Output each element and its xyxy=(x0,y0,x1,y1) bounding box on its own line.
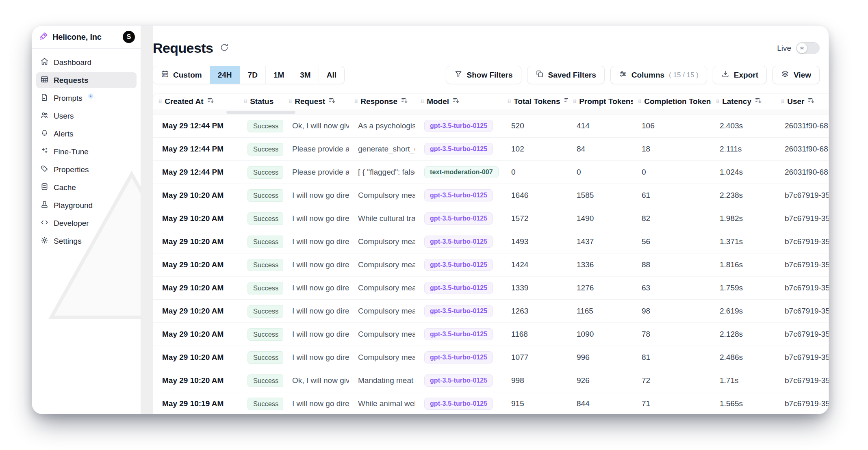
table-row[interactable]: May 29 10:20 AM Success I will now go di… xyxy=(153,184,829,207)
table-toolbar: Show Filters Saved Filters Columns ( 15 … xyxy=(446,66,820,84)
show-filters-button[interactable]: Show Filters xyxy=(446,66,521,84)
cell-total-tokens: 1493 xyxy=(502,237,568,246)
drag-handle-icon[interactable]: ⠿ xyxy=(716,99,719,104)
table-row[interactable]: May 29 10:19 AM Success I will now go di… xyxy=(153,392,829,414)
drag-handle-icon[interactable]: ⠿ xyxy=(243,99,247,104)
cell-request: I will now go direct... xyxy=(283,307,349,316)
sidebar-item-users[interactable]: Users xyxy=(36,108,137,124)
sidebar-item-label: Requests xyxy=(54,76,89,85)
table-row[interactable]: May 29 10:20 AM Success I will now go di… xyxy=(153,277,829,300)
sidebar-item-prompts[interactable]: Prompts ✦ xyxy=(36,90,137,106)
sidebar-item-cache[interactable]: Cache xyxy=(36,180,137,195)
table-row[interactable]: May 29 10:20 AM Success I will now go di… xyxy=(153,346,829,369)
columns-button[interactable]: Columns ( 15 / 15 ) xyxy=(610,66,707,84)
cell-request: Please provide a s... xyxy=(283,145,349,154)
cell-total-tokens: 998 xyxy=(502,376,568,385)
time-range-all[interactable]: All xyxy=(319,66,344,84)
sidebar-item-requests[interactable]: Requests xyxy=(36,72,137,88)
column-header-response[interactable]: ⠿Response xyxy=(349,97,415,106)
sidebar-item-alerts[interactable]: Alerts xyxy=(36,126,137,142)
table-row[interactable]: May 29 10:20 AM Success I will now go di… xyxy=(153,300,829,323)
column-header-user[interactable]: ⠿User xyxy=(776,97,829,106)
live-toggle[interactable] xyxy=(796,42,820,54)
cell-completion-tokens: 72 xyxy=(633,376,711,385)
column-header-created-at[interactable]: ⠿Created At xyxy=(153,97,239,106)
drag-handle-icon[interactable]: ⠿ xyxy=(420,99,423,104)
column-header-model[interactable]: ⠿Model xyxy=(415,97,502,106)
column-header-latency[interactable]: ⠿Latency xyxy=(711,97,776,106)
sort-icon[interactable] xyxy=(807,97,815,106)
model-badge: gpt-3.5-turbo-0125 xyxy=(424,120,493,132)
sidebar-item-dashboard[interactable]: Dashboard xyxy=(36,54,137,70)
table-row[interactable]: May 29 12:44 PM Success Ok, I will now g… xyxy=(153,115,829,138)
time-range-1m[interactable]: 1M xyxy=(266,66,292,84)
table-row[interactable]: May 29 12:44 PM Success Please provide a… xyxy=(153,138,829,161)
table-row[interactable]: May 29 10:20 AM Success Ok, I will now g… xyxy=(153,369,829,392)
cell-latency: 1.371s xyxy=(711,237,776,246)
cell-user: b7c67919-35 xyxy=(776,330,829,339)
refresh-button[interactable] xyxy=(219,43,229,54)
drag-handle-icon[interactable]: ⠿ xyxy=(507,99,510,104)
time-range-custom[interactable]: Custom xyxy=(153,66,210,84)
column-header-total-tokens[interactable]: ⠿Total Tokens xyxy=(502,97,568,106)
export-button[interactable]: Export xyxy=(713,66,767,84)
sort-icon[interactable] xyxy=(755,97,762,106)
cell-response: While animal welfa... xyxy=(349,399,415,408)
sort-icon[interactable] xyxy=(207,97,215,106)
saved-filters-button[interactable]: Saved Filters xyxy=(527,66,605,84)
table-row[interactable]: May 29 10:20 AM Success I will now go di… xyxy=(153,253,829,277)
sidebar-item-developer[interactable]: Developer xyxy=(36,215,137,231)
sidebar-item-settings[interactable]: Settings xyxy=(36,233,137,249)
view-button[interactable]: View xyxy=(773,66,820,84)
drag-handle-icon[interactable]: ⠿ xyxy=(781,99,784,104)
funnel-icon xyxy=(454,70,462,80)
time-range-control: Custom 24H 7D 1M 3M All xyxy=(153,66,345,84)
table-row[interactable]: May 29 10:20 AM Success I will now go di… xyxy=(153,323,829,346)
time-range-24h[interactable]: 24H xyxy=(210,66,240,84)
sidebar-nav: Dashboard Requests Prompts ✦ Users xyxy=(32,49,141,255)
avatar[interactable]: S xyxy=(123,31,135,43)
sidebar: Helicone, Inc S Dashboard Requests Promp… xyxy=(32,26,141,414)
cell-total-tokens: 915 xyxy=(502,399,568,408)
sort-icon[interactable] xyxy=(328,97,336,106)
sort-icon[interactable] xyxy=(564,97,568,106)
table-row[interactable]: May 29 10:20 AM Success I will now go di… xyxy=(153,207,829,230)
sidebar-item-fine-tune[interactable]: Fine-Tune xyxy=(36,144,137,160)
database-icon xyxy=(40,182,49,193)
horizontal-scrollbar-thumb[interactable] xyxy=(226,111,295,114)
cell-request: I will now go direct... xyxy=(283,237,349,246)
model-badge: gpt-3.5-turbo-0125 xyxy=(424,143,493,155)
table-row[interactable]: May 29 10:20 AM Success I will now go di… xyxy=(153,230,829,253)
drag-handle-icon[interactable]: ⠿ xyxy=(638,99,641,104)
drag-handle-icon[interactable]: ⠿ xyxy=(158,99,161,104)
cell-response: As a psychologist, ... xyxy=(349,121,415,130)
drag-handle-icon[interactable]: ⠿ xyxy=(573,99,576,104)
time-range-7d[interactable]: 7D xyxy=(240,66,266,84)
cell-latency: 2.128s xyxy=(711,330,776,339)
cell-latency: 2.238s xyxy=(711,191,776,200)
cell-user: b7c67919-35 xyxy=(776,260,829,269)
sidebar-item-playground[interactable]: Playground xyxy=(36,197,137,213)
cell-response: [ { "flagged": false... xyxy=(349,168,415,177)
org-header[interactable]: Helicone, Inc S xyxy=(32,26,141,49)
cell-response: Mandating meat c... xyxy=(349,376,415,385)
cell-request: Ok, I will now give ... xyxy=(283,121,349,130)
column-header-status[interactable]: ⠿Status xyxy=(239,97,283,106)
sort-icon[interactable] xyxy=(452,97,460,106)
column-header-request[interactable]: ⠿Request xyxy=(283,97,349,106)
sidebar-item-properties[interactable]: Properties xyxy=(36,162,137,177)
cell-response: Compulsory meat ... xyxy=(349,307,415,316)
sort-icon[interactable] xyxy=(401,97,408,106)
cell-total-tokens: 102 xyxy=(502,145,568,154)
column-header-prompt-tokens[interactable]: ⠿Prompt Tokens xyxy=(568,97,633,106)
drag-handle-icon[interactable]: ⠿ xyxy=(354,99,357,104)
status-badge: Success xyxy=(247,351,283,364)
column-header-completion-tokens[interactable]: ⠿Completion Tokens xyxy=(633,97,711,106)
cell-user: b7c67919-35 xyxy=(776,399,829,408)
cell-user: b7c67919-35 xyxy=(776,191,829,200)
cell-created-at: May 29 10:19 AM xyxy=(153,399,239,408)
drag-handle-icon[interactable]: ⠿ xyxy=(288,99,291,104)
horizontal-scrollbar[interactable] xyxy=(153,110,829,115)
table-row[interactable]: May 29 12:44 PM Success Please provide a… xyxy=(153,161,829,184)
time-range-3m[interactable]: 3M xyxy=(292,66,319,84)
